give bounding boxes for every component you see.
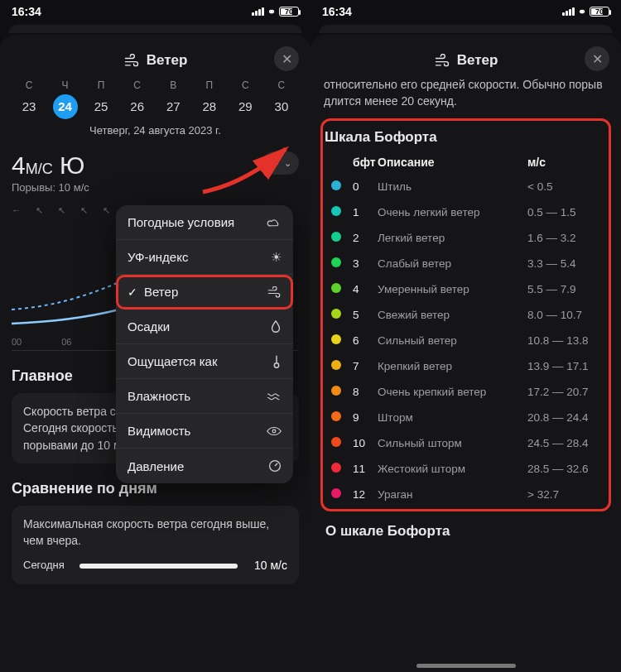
cloud-icon — [267, 217, 282, 228]
beaufort-row-10: 10Сильный шторм24.5 — 28.4 — [325, 430, 607, 456]
date-full: Четверг, 24 августа 2023 г. — [12, 124, 299, 137]
beaufort-dot — [331, 411, 341, 421]
beaufort-row-1: 1Очень легкий ветер0.5 — 1.5 — [325, 199, 607, 225]
metric-picker-button[interactable]: ⌄ — [262, 151, 299, 175]
beaufort-row-12: 12Ураган> 32.7 — [325, 482, 607, 507]
sun-icon: ☀︎ — [271, 250, 282, 265]
beaufort-row-3: 3Слабый ветер3.3 — 5.4 — [325, 251, 607, 276]
beaufort-dot — [331, 283, 341, 293]
eye-icon — [267, 426, 282, 436]
link-icon: ⚭ — [267, 6, 276, 17]
wind-icon — [123, 54, 140, 67]
status-time: 16:34 — [12, 5, 41, 18]
beaufort-row-4: 4Умеренный ветер5.5 — 7.9 — [325, 276, 607, 302]
link-icon: ⚭ — [578, 6, 586, 17]
dropdown-item-eye[interactable]: Видимость — [116, 414, 293, 449]
beaufort-row-9: 9Шторм20.8 — 24.4 — [325, 405, 607, 430]
close-button[interactable]: ✕ — [585, 46, 609, 71]
phone-right: 16:34 ⚭ 70 Ветер ✕ относительно его сред… — [310, 0, 621, 672]
beaufort-dot — [331, 257, 341, 267]
compare-card: Максимальная скорость ветра сегодня выше… — [12, 506, 299, 584]
dropdown-item-waves[interactable]: Влажность — [116, 379, 293, 414]
battery-icon: 70 — [590, 7, 609, 17]
beaufort-dot — [331, 206, 341, 216]
beaufort-dot — [331, 386, 341, 396]
status-bar: 16:34 ⚭ 70 — [0, 0, 310, 22]
gust-label: Порывы: 10 м/с — [12, 181, 89, 194]
beaufort-header-row: бфт Описание м/с — [325, 151, 607, 174]
chevron-down-icon: ⌄ — [284, 158, 291, 169]
beaufort-dot — [331, 488, 341, 498]
day-28[interactable]: П28 — [194, 79, 225, 119]
gust-info-text: относительно его средней скорости. Обычн… — [322, 74, 609, 118]
battery-icon: 70 — [279, 7, 299, 17]
beaufort-row-0: 0Штиль< 0.5 — [325, 174, 607, 199]
wind-icon — [434, 54, 450, 67]
page-title: Ветер — [434, 52, 498, 69]
beaufort-dot — [331, 437, 341, 447]
status-bar: 16:34 ⚭ 70 — [310, 0, 621, 22]
beaufort-row-5: 5Свежий ветер8.0 — 10.7 — [325, 302, 607, 328]
beaufort-dot — [331, 360, 341, 370]
close-button[interactable]: ✕ — [274, 46, 299, 71]
compare-bar — [79, 564, 238, 569]
dropdown-item-therm[interactable]: Ощущается как — [116, 344, 293, 379]
status-time: 16:34 — [322, 5, 352, 18]
beaufort-row-6: 6Сильный ветер10.8 — 13.8 — [325, 328, 607, 353]
day-29[interactable]: С29 — [229, 79, 261, 119]
compare-today-value: 10 м/с — [246, 557, 287, 574]
beaufort-dot — [331, 463, 341, 473]
wind-direction-arrows: ←↖↖↖↖ — [12, 205, 110, 216]
waves-icon — [267, 391, 282, 402]
compare-today-label: Сегодня — [23, 558, 71, 574]
beaufort-title: Шкала Бофорта — [325, 129, 607, 146]
chart-xlabel: 00 — [12, 337, 22, 347]
dropdown-item-gauge[interactable]: Давление — [116, 449, 293, 483]
day-23[interactable]: С23 — [13, 79, 45, 119]
wind-reading: 4М/С Ю — [12, 151, 89, 180]
signal-icon — [562, 7, 575, 16]
phone-left: 16:34 ⚭ 70 Ветер ✕ С23Ч24П25С26В27П28С29… — [0, 0, 310, 672]
svg-point-1 — [272, 430, 276, 433]
about-beaufort-title: О шкале Бофорта — [325, 523, 606, 540]
dropdown-item-wind[interactable]: ✓Ветер — [116, 275, 293, 310]
wind-icon — [267, 286, 282, 298]
dropdown-item-cloud[interactable]: Погодные условия — [116, 205, 293, 240]
beaufort-row-8: 8Очень крепкий ветер17.2 — 20.7 — [325, 379, 607, 405]
beaufort-dot — [331, 232, 341, 242]
dropdown-item-drop[interactable]: Осадки — [116, 310, 293, 344]
drop-icon — [270, 320, 282, 334]
gauge-icon — [268, 459, 282, 473]
home-indicator[interactable] — [416, 664, 516, 668]
beaufort-dot — [331, 309, 341, 319]
beaufort-section-highlight: Шкала Бофорта бфт Описание м/с 0Штиль< 0… — [320, 118, 611, 511]
day-25[interactable]: П25 — [85, 79, 117, 119]
beaufort-row-7: 7Крепкий ветер13.9 — 17.1 — [325, 353, 607, 379]
metric-dropdown[interactable]: Погодные условияУФ-индекс☀︎✓ВетерОсадкиО… — [116, 205, 293, 483]
svg-point-0 — [274, 362, 278, 367]
day-24[interactable]: Ч24 — [50, 79, 81, 119]
dropdown-item-sun[interactable]: УФ-индекс☀︎ — [116, 240, 293, 275]
beaufort-dot — [331, 334, 341, 344]
beaufort-row-2: 2Легкий ветер1.6 — 3.2 — [325, 225, 607, 251]
check-icon: ✓ — [128, 286, 137, 299]
beaufort-row-11: 11Жестокий шторм28.5 — 32.6 — [325, 456, 607, 482]
day-30[interactable]: С30 — [266, 79, 297, 119]
signal-icon — [252, 7, 264, 16]
chart-xlabel: 06 — [61, 337, 71, 347]
page-title: Ветер — [123, 52, 188, 69]
beaufort-dot — [331, 180, 341, 190]
day-27[interactable]: В27 — [157, 79, 189, 119]
therm-icon — [272, 354, 282, 369]
day-26[interactable]: С26 — [122, 79, 153, 119]
